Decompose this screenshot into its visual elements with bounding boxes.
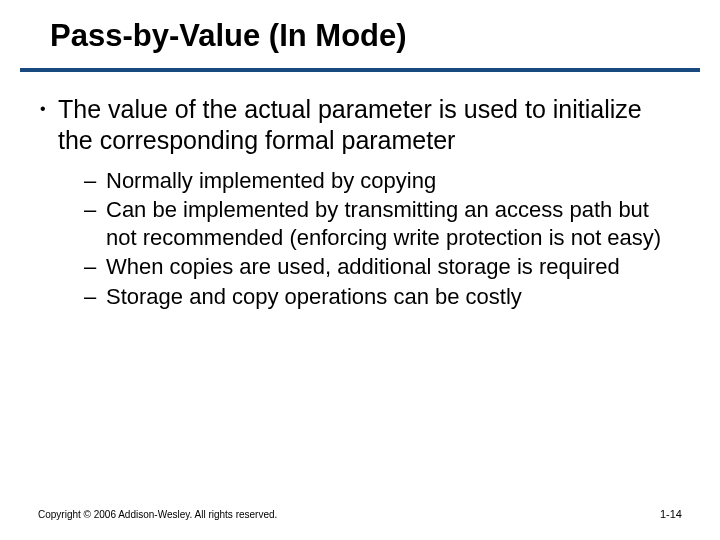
bullet-icon: • xyxy=(38,94,58,124)
dash-icon: – xyxy=(84,283,106,311)
slide: Pass-by-Value (In Mode) • The value of t… xyxy=(0,0,720,540)
dash-icon: – xyxy=(84,167,106,195)
sub-list: – Normally implemented by copying – Can … xyxy=(38,165,680,311)
list-item: – When copies are used, additional stora… xyxy=(84,253,680,281)
dash-icon: – xyxy=(84,253,106,281)
list-item-text: The value of the actual parameter is use… xyxy=(58,94,680,155)
slide-title: Pass-by-Value (In Mode) xyxy=(50,18,720,54)
list-item-text: Storage and copy operations can be costl… xyxy=(106,283,522,311)
list-item: • The value of the actual parameter is u… xyxy=(38,94,680,155)
page-number: 1-14 xyxy=(660,508,682,520)
copyright-text: Copyright © 2006 Addison-Wesley. All rig… xyxy=(38,509,277,520)
content-area: • The value of the actual parameter is u… xyxy=(0,72,720,311)
list-item-text: When copies are used, additional storage… xyxy=(106,253,620,281)
list-item-text: Can be implemented by transmitting an ac… xyxy=(106,196,680,252)
footer: Copyright © 2006 Addison-Wesley. All rig… xyxy=(38,508,682,520)
list-item: – Can be implemented by transmitting an … xyxy=(84,196,680,252)
list-item-text: Normally implemented by copying xyxy=(106,167,436,195)
list-item: – Normally implemented by copying xyxy=(84,167,680,195)
list-item: – Storage and copy operations can be cos… xyxy=(84,283,680,311)
dash-icon: – xyxy=(84,196,106,224)
title-area: Pass-by-Value (In Mode) xyxy=(0,0,720,62)
